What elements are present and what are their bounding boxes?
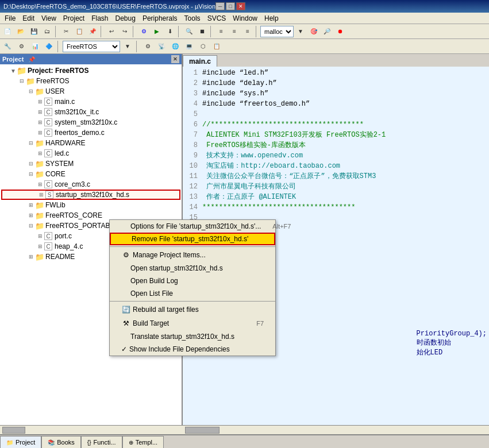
- open-btn[interactable]: 📂: [14, 25, 27, 38]
- menu-item-tools[interactable]: Tools: [181, 13, 204, 24]
- ctx-item-5[interactable]: Open List File: [110, 287, 275, 300]
- copy-btn[interactable]: 📋: [73, 25, 86, 38]
- options-btn[interactable]: ▼: [294, 25, 307, 38]
- target-options-btn[interactable]: 🎯: [307, 25, 320, 38]
- ctx-item-6[interactable]: 🔄Rebuild all target files: [110, 303, 275, 316]
- tree-label-14: FreeRTOS_CORE: [45, 211, 102, 219]
- tree-item-8[interactable]: ⊞Cled.c: [1, 148, 180, 159]
- save-btn[interactable]: 💾: [28, 25, 40, 38]
- list-btn2[interactable]: ≡: [228, 25, 241, 38]
- ctx-item-7[interactable]: ⚒Build TargetF7: [110, 316, 275, 330]
- menu-item-peripherals[interactable]: Peripherals: [139, 13, 181, 24]
- tb2-btn10[interactable]: 📋: [210, 40, 223, 53]
- tree-item-5[interactable]: ⊞Csystem_stm32f10x.c: [1, 117, 180, 128]
- tree-item-10[interactable]: ⊟📁CORE: [1, 169, 180, 179]
- paste-btn[interactable]: 📌: [86, 25, 99, 38]
- root-icon-0: 📁: [17, 66, 26, 75]
- tb2-btn1[interactable]: 🔧: [1, 40, 14, 53]
- new-btn[interactable]: 📄: [1, 25, 14, 38]
- tree-label-17: heap_4.c: [55, 242, 83, 250]
- line-number-12: 12: [184, 181, 198, 192]
- freertos-dropdown-btn[interactable]: ▼: [121, 40, 134, 53]
- tree-item-11[interactable]: ⊞Ccore_cm3.c: [1, 179, 180, 190]
- undo-btn[interactable]: ↩: [105, 25, 118, 38]
- ctx-item-0[interactable]: Options for File 'startup_stm32f10x_hd.s…: [110, 220, 275, 233]
- tree-label-15: FreeRTOS_PORTABLE: [45, 222, 118, 230]
- ctx-item-3[interactable]: Open startup_stm32f10x_hd.s: [110, 262, 275, 275]
- ctx-item-1[interactable]: Remove File 'startup_stm32f10x_hd.s': [110, 233, 275, 245]
- folder-icon-18: 📁: [35, 252, 44, 261]
- menu-item-edit[interactable]: Edit: [19, 13, 38, 24]
- freertos-dropdown[interactable]: FreeRTOS: [63, 41, 120, 52]
- cut-btn[interactable]: ✂: [60, 25, 72, 38]
- ctx-item-9[interactable]: ✓Show Include File Dependencies: [110, 343, 275, 356]
- tree-item-1[interactable]: ⊟📁FreeRTOS: [1, 76, 180, 86]
- bottom-tab-0[interactable]: 📁Project: [0, 436, 41, 448]
- tb2-btn8[interactable]: 💻: [183, 40, 195, 53]
- search-btn[interactable]: 🔎: [321, 25, 333, 38]
- tree-item-13[interactable]: ⊞📁FWLib: [1, 200, 180, 210]
- line-content-7: ALIENTEK Mini STM32F103开发板 FreeRTOS实验2-1: [202, 130, 386, 140]
- tb2-btn6[interactable]: 📡: [155, 40, 168, 53]
- rebuild-btn[interactable]: ▶: [151, 25, 163, 38]
- tree-item-3[interactable]: ⊞Cmain.c: [1, 96, 180, 107]
- ctx-item-4[interactable]: Open Build Log: [110, 275, 275, 287]
- line-content-12: 广州市星翼电子科技有限公司: [202, 181, 296, 192]
- bottom-tab-3[interactable]: ⊕Templ...: [122, 436, 164, 448]
- ctx-item-8[interactable]: Translate startup_stm32f10x_hd.s: [110, 330, 275, 343]
- tb2-btn3[interactable]: 📊: [29, 40, 41, 53]
- red-stop[interactable]: ⏺: [334, 25, 346, 38]
- bottom-tab-1[interactable]: 📚Books: [41, 436, 81, 448]
- maximize-button[interactable]: □: [226, 2, 235, 10]
- bottom-tab-label-2: Functi...: [94, 439, 116, 446]
- left-horizontal-scrollbar[interactable]: [0, 425, 183, 434]
- tree-item-12[interactable]: ⊞Sstartup_stm32f10x_hd.s: [1, 190, 180, 200]
- tree-item-2[interactable]: ⊟📁USER: [1, 86, 180, 96]
- save-all-btn[interactable]: 🗂: [41, 25, 53, 38]
- horizontal-scrollbar[interactable]: [183, 425, 489, 434]
- menu-item-project[interactable]: Project: [60, 13, 88, 24]
- line-content-13: 作者：正点原子 @ALIENTEK: [202, 192, 296, 202]
- menu-item-help[interactable]: Help: [261, 13, 282, 24]
- editor-line-13: 13 作者：正点原子 @ALIENTEK: [184, 192, 488, 202]
- menu-item-file[interactable]: File: [1, 13, 19, 24]
- title-controls: ─ □ ✕: [215, 2, 245, 10]
- tb2-btn5[interactable]: ⚙: [141, 40, 154, 53]
- tb2-btn7[interactable]: 🌐: [169, 40, 182, 53]
- tree-item-6[interactable]: ⊞Cfreertos_demo.c: [1, 128, 180, 138]
- debug-btn[interactable]: 🔍: [183, 25, 195, 38]
- menu-item-view[interactable]: View: [38, 13, 60, 24]
- menu-item-window[interactable]: Window: [229, 13, 261, 24]
- bottom-tab-2[interactable]: {}Functi...: [81, 436, 122, 448]
- build-btn[interactable]: ⚙: [137, 25, 150, 38]
- list-btn3[interactable]: ≡: [241, 25, 254, 38]
- ctx-label-7: Build Target: [133, 319, 169, 327]
- tree-item-0[interactable]: ▼📁Project: FreeRTOS: [1, 65, 180, 76]
- tree-item-4[interactable]: ⊞Cstm32f10x_it.c: [1, 107, 180, 117]
- checkmark-icon-9: ✓: [121, 345, 127, 353]
- tb2-btn4[interactable]: 🔷: [43, 40, 55, 53]
- close-button[interactable]: ✕: [236, 2, 245, 10]
- line-content-14: *************************************: [202, 202, 355, 213]
- stop-btn[interactable]: ⏹: [196, 25, 209, 38]
- scrollbar-thumb[interactable]: [185, 427, 220, 434]
- list-btn1[interactable]: ≡: [215, 25, 228, 38]
- project-close-btn[interactable]: ✕: [171, 55, 179, 63]
- gear-icon-2: ⚙: [121, 250, 130, 260]
- tb2-btn2[interactable]: ⚙: [15, 40, 28, 53]
- tb2-btn9[interactable]: ⬡: [197, 40, 209, 53]
- line-number-10: 10: [184, 161, 198, 171]
- target-dropdown[interactable]: malloc: [260, 26, 294, 37]
- tree-item-9[interactable]: ⊟📁SYSTEM: [1, 159, 180, 169]
- menu-item-svcs[interactable]: SVCS: [204, 13, 230, 24]
- ctx-item-2[interactable]: ⚙Manage Project Items...: [110, 248, 275, 262]
- menu-item-flash[interactable]: Flash: [88, 13, 111, 24]
- editor-tab-main[interactable]: main.c: [183, 55, 217, 67]
- download-btn[interactable]: ⬇: [164, 25, 176, 38]
- left-scrollbar-thumb[interactable]: [2, 427, 25, 434]
- folder-icon-14: 📁: [35, 211, 44, 220]
- menu-item-debug[interactable]: Debug: [112, 13, 139, 24]
- tree-item-7[interactable]: ⊟📁HARDWARE: [1, 138, 180, 148]
- minimize-button[interactable]: ─: [215, 2, 225, 10]
- redo-btn[interactable]: ↪: [118, 25, 131, 38]
